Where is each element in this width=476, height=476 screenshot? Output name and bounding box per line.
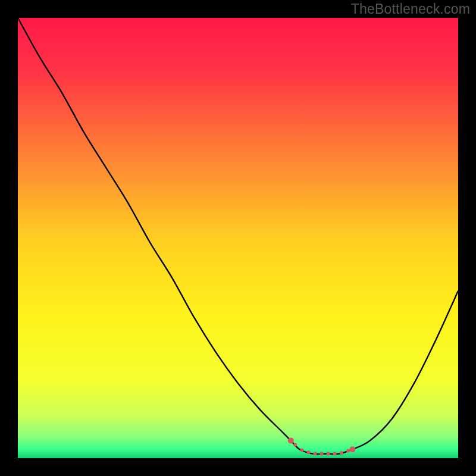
flat-segment-dot [350,447,354,451]
flat-segment-dot [314,452,317,456]
plot-background [18,18,458,458]
flat-segment-dot [306,450,310,454]
source-watermark: TheBottleneck.com [351,1,470,17]
flat-segment-dot [293,443,297,447]
flat-segment-dot [327,452,330,456]
chart-canvas [0,0,476,476]
flat-segment-dot [340,451,343,455]
flat-segment-dot [320,452,324,456]
flat-segment-dot [300,448,303,452]
flat-segment-dot [289,439,293,442]
flat-segment-dot [333,452,337,456]
flat-segment-dot [346,449,350,453]
